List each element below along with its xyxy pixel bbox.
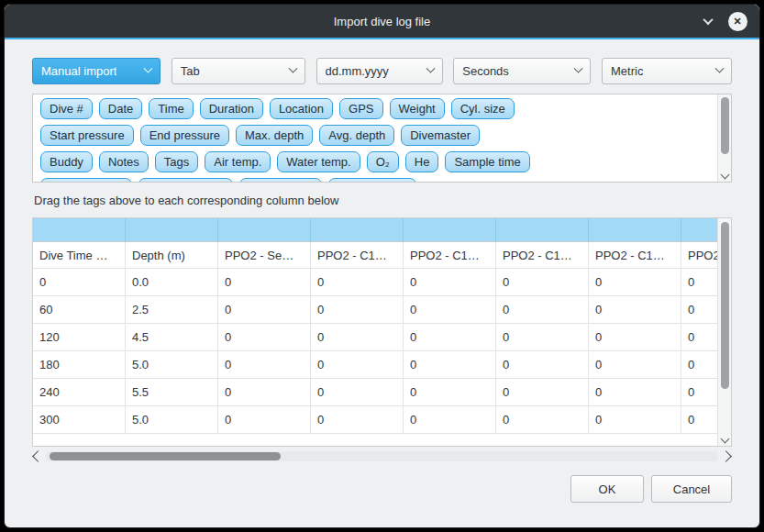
chevron-down-icon [703,15,713,25]
tag-chip[interactable]: Date [99,98,142,119]
table-cell: 0 [311,379,404,406]
tag-chip[interactable]: Start pressure [40,125,134,146]
scroll-right-icon[interactable] [720,450,732,462]
window-title: Import dive log file [334,15,431,28]
close-button[interactable]: ✕ [726,5,748,38]
column-drop-target[interactable] [311,218,404,242]
tag-chip[interactable]: Divemaster [401,125,480,146]
table-cell: 5.0 [126,351,218,379]
column-drop-target[interactable] [681,218,717,242]
dropdown-value: Tab [181,64,200,78]
table-cell: 0 [589,379,681,406]
tag-chip[interactable]: Cyl. size [451,98,515,119]
tag-chip[interactable]: Sample press. [138,178,233,183]
header-row: Dive Time …Depth (m)PPO2 - Se…PPO2 - C1…… [33,242,717,269]
tag-chip[interactable]: Water temp. [277,151,360,172]
dropdown-units[interactable]: Metric [602,58,732,84]
column-drop-target[interactable] [33,218,126,242]
table-cell: 0 [589,406,681,434]
tag-chip[interactable]: Tags [155,151,198,172]
tag-row: Start pressureEnd pressureMax. depthAvg.… [40,125,709,146]
chevron-down-icon [426,64,435,73]
table-cell: 240 [33,379,126,406]
hscroll-handle[interactable] [50,452,281,460]
table-cell: 0 [311,269,404,296]
column-drop-target[interactable] [496,218,589,242]
close-icon: ✕ [728,12,747,31]
tag-chip[interactable]: Duration [200,98,263,119]
chevron-down-icon [288,64,297,73]
column-header: PPO2 [681,242,717,269]
dropdown-field-separator[interactable]: Tab [172,58,305,84]
table-cell: 5.0 [126,406,218,434]
table-cell: 0 [404,406,496,434]
table-cell: 60 [33,296,126,324]
table-cell: 0 [681,324,717,351]
scroll-down-icon[interactable] [721,435,730,444]
column-drop-target[interactable] [218,218,311,242]
tag-chip[interactable]: Avg. depth [319,125,394,146]
tag-chip[interactable]: Sample time [445,151,529,172]
titlebar[interactable]: Import dive log file ✕ [5,5,759,38]
scroll-left-icon[interactable] [32,450,44,462]
tag-chip[interactable]: Location [270,98,333,119]
tag-chip[interactable]: Max. depth [236,125,313,146]
table-cell: 0 [681,269,717,296]
dropdown-value: Seconds [462,64,509,78]
table-cell: 0 [496,296,589,324]
table-row: 2405.5000000 [33,379,717,406]
tag-panel-scrollbar[interactable] [717,94,731,182]
table-cell: 0 [589,324,681,351]
table-cell: 0 [218,406,311,434]
table-cell: 0 [589,296,681,324]
button-row: OK Cancel [32,475,732,503]
chevron-down-icon [574,64,583,73]
table-vscrollbar[interactable] [717,218,731,446]
tag-chip[interactable]: O₂ [367,151,399,172]
column-header: Depth (m) [126,242,218,269]
table-cell: 0 [311,296,404,324]
dropdown-import-mode[interactable]: Manual import [32,58,161,84]
dialog-content: Manual importTabdd.mm.yyyySecondsMetric … [5,39,759,527]
column-drop-target[interactable] [404,218,496,242]
dropdown-date-format[interactable]: dd.mm.yyyy [316,58,443,84]
scrollbar-handle[interactable] [721,97,729,154]
tag-chip[interactable]: End pressure [140,125,229,146]
table-cell: 0 [404,351,496,379]
table-cell: 180 [33,351,126,379]
tag-chip[interactable]: Time [149,98,193,119]
tag-chip[interactable]: Sample pO₂ [239,178,322,183]
tag-chip[interactable]: Dive # [40,98,93,119]
table-cell: 4.5 [126,324,218,351]
table-cell: 0 [218,296,311,324]
hscroll-track[interactable] [46,451,718,461]
tag-chip[interactable]: Sample CNS [328,178,415,183]
tag-panel: Dive #DateTimeDurationLocationGPSWeightC… [32,94,732,183]
column-header: PPO2 - C1… [496,242,589,269]
ok-button[interactable]: OK [570,475,644,503]
table-cell: 0 [496,351,589,379]
table-cell: 120 [33,324,126,351]
table-cell: 0 [496,406,589,434]
scrollbar-handle[interactable] [721,222,729,389]
tag-chip[interactable]: Weight [390,98,445,119]
shade-button[interactable] [697,5,719,38]
table-row: 602.5000000 [33,296,717,324]
column-header: PPO2 - C1… [404,242,496,269]
table-cell: 0 [404,296,496,324]
column-drop-target[interactable] [589,218,681,242]
dropdown-duration-format[interactable]: Seconds [453,58,591,84]
tag-chip[interactable]: Notes [99,151,149,172]
scroll-down-icon[interactable] [721,171,730,180]
tag-row: Sample depthSample press.Sample pO₂Sampl… [40,178,709,183]
tag-chip[interactable]: He [405,151,439,172]
tag-chip[interactable]: Buddy [40,151,93,172]
cancel-button[interactable]: Cancel [651,475,732,503]
table-cell: 0 [496,269,589,296]
column-drop-target[interactable] [126,218,218,242]
table-hscrollbar[interactable] [32,449,732,463]
tag-chip[interactable]: Sample depth [40,178,132,183]
tag-chip[interactable]: Air temp. [205,151,271,172]
tag-chip[interactable]: GPS [339,98,382,119]
import-preview-table: Dive Time …Depth (m)PPO2 - Se…PPO2 - C1…… [32,217,732,447]
